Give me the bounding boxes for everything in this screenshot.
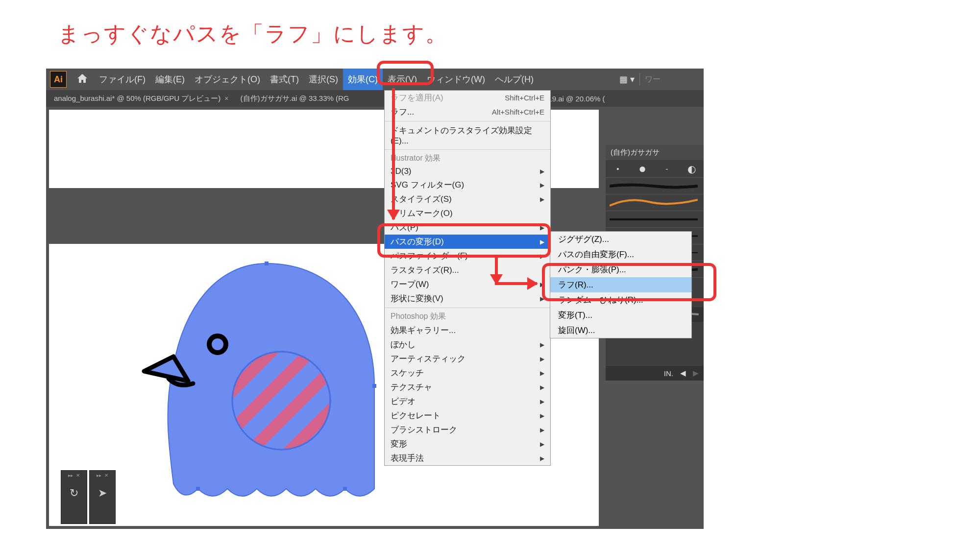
menu-type[interactable]: 書式(T)	[265, 69, 304, 90]
brush-stroke-1[interactable]	[606, 178, 704, 194]
menu-rasterize[interactable]: ラスタライズ(R)...	[385, 263, 550, 277]
menu-object[interactable]: オブジェクト(O)	[190, 69, 265, 90]
menu-3d[interactable]: 3D(3)▶	[385, 165, 550, 178]
submenu-transform[interactable]: 変形(T)...	[550, 308, 691, 323]
panel-nav: IN. ◀ ▶	[606, 366, 704, 381]
menu-pathfinder[interactable]: パスファインダー(F)▶	[385, 249, 550, 263]
menu-doc-raster[interactable]: ドキュメントのラスタライズ効果設定(E)...	[385, 123, 550, 147]
menu-svg-filter[interactable]: SVG フィルター(G)▶	[385, 178, 550, 192]
svg-rect-4	[343, 487, 347, 491]
menu-sketch[interactable]: スケッチ▶	[385, 366, 550, 380]
next-icon[interactable]: ▶	[693, 369, 699, 378]
tab-1[interactable]: (自作)ガサガサ.ai @ 33.33% (RG	[238, 94, 352, 103]
menu-brushstroke[interactable]: ブラシストローク▶	[385, 423, 550, 437]
brush-thumbnails[interactable]: •●-◐	[606, 160, 704, 178]
home-icon[interactable]	[71, 74, 94, 85]
menu-effect[interactable]: 効果(C)	[343, 69, 383, 90]
submenu-free-distort[interactable]: パスの自由変形(F)...	[550, 247, 691, 262]
menu-pixelate[interactable]: ピクセレート▶	[385, 408, 550, 423]
document-tabs: analog_burashi.ai* @ 50% (RGB/GPU プレビュー)…	[46, 90, 704, 107]
menu-texture[interactable]: テクスチャ▶	[385, 380, 550, 394]
menu-artistic[interactable]: アーティスティック▶	[385, 352, 550, 366]
panel-title[interactable]: (自作)ガサガサ	[606, 145, 704, 160]
annotation-arrow-elbow	[495, 255, 498, 284]
menubar: Ai ファイル(F) 編集(E) オブジェクト(O) 書式(T) 選択(S) 効…	[46, 69, 704, 90]
prev-icon[interactable]: ◀	[680, 369, 686, 378]
svg-rect-3	[196, 487, 200, 491]
page-heading: まっすぐなパスを「ラフ」にします。	[58, 20, 448, 48]
menu-gallery[interactable]: 効果ギャラリー...	[385, 323, 550, 337]
distort-submenu: ジグザグ(Z)... パスの自由変形(F)... パンク・膨張(P)... ラフ…	[550, 231, 692, 338]
menu-help[interactable]: ヘルプ(H)	[490, 69, 539, 90]
header-photoshop: Photoshop 効果	[385, 310, 550, 323]
selection-panel[interactable]: ▸▸✕ ➤	[89, 470, 116, 524]
menu-video[interactable]: ビデオ▶	[385, 394, 550, 408]
menu-apply-last: ラフを適用(A)Shift+Ctrl+E	[385, 91, 550, 105]
nav-label: IN.	[664, 369, 673, 378]
brush-stroke-2[interactable]	[606, 194, 704, 211]
menu-distort-transform[interactable]: パスの変形(D)▶	[385, 235, 550, 249]
illustrator-window: Ai ファイル(F) 編集(E) オブジェクト(O) 書式(T) 選択(S) 効…	[46, 69, 704, 529]
tab-0[interactable]: analog_burashi.ai* @ 50% (RGB/GPU プレビュー)…	[51, 94, 232, 103]
menu-window[interactable]: ウィンドウ(W)	[422, 69, 490, 90]
menu-render[interactable]: 表現手法▶	[385, 451, 550, 465]
menu-select[interactable]: 選択(S)	[304, 69, 343, 90]
pathfinder-panel[interactable]: ▸▸✕ ↻	[61, 470, 87, 524]
menu-path[interactable]: パス(P)▶	[385, 220, 550, 235]
bird-artwork[interactable]	[129, 259, 404, 518]
svg-rect-1	[372, 384, 376, 388]
menu-rough-settings[interactable]: ラフ...Alt+Shift+Ctrl+E	[385, 105, 550, 119]
brush-stroke-3[interactable]	[606, 211, 704, 228]
header-illustrator: Illustrator 効果	[385, 152, 550, 165]
menu-trim[interactable]: トリムマーク(O)	[385, 206, 550, 220]
left-palettes: ▸▸✕ ↻ ▸▸✕ ➤	[61, 470, 116, 524]
search-input[interactable]: ワー	[645, 74, 699, 85]
svg-rect-0	[265, 262, 269, 265]
menu-view[interactable]: 表示(V)	[383, 69, 422, 90]
menu-blur[interactable]: ぼかし▶	[385, 337, 550, 352]
menu-file[interactable]: ファイル(F)	[94, 69, 150, 90]
submenu-twist[interactable]: 旋回(W)...	[550, 323, 691, 338]
submenu-tweak[interactable]: ランダム・ひねり(R)...	[550, 292, 691, 308]
cursor-icon: ➤	[98, 487, 107, 500]
app-logo: Ai	[50, 71, 67, 88]
close-icon[interactable]: ×	[224, 95, 228, 102]
submenu-roughen[interactable]: ラフ(R)...	[550, 277, 691, 292]
annotation-arrow-down	[392, 88, 395, 219]
undo-icon: ↻	[70, 487, 78, 500]
menu-edit[interactable]: 編集(E)	[150, 69, 190, 90]
menu-stylize[interactable]: スタイライズ(S)▶	[385, 192, 550, 206]
effect-menu: ラフを適用(A)Shift+Ctrl+E ラフ...Alt+Shift+Ctrl…	[384, 90, 551, 466]
workspace-icon[interactable]: ▦ ▾	[619, 74, 635, 85]
menu-convert-shape[interactable]: 形状に変換(V)▶	[385, 291, 550, 306]
submenu-pucker[interactable]: パンク・膨張(P)...	[550, 262, 691, 277]
menu-distort-ps[interactable]: 変形▶	[385, 437, 550, 451]
submenu-zigzag[interactable]: ジグザグ(Z)...	[550, 232, 691, 247]
